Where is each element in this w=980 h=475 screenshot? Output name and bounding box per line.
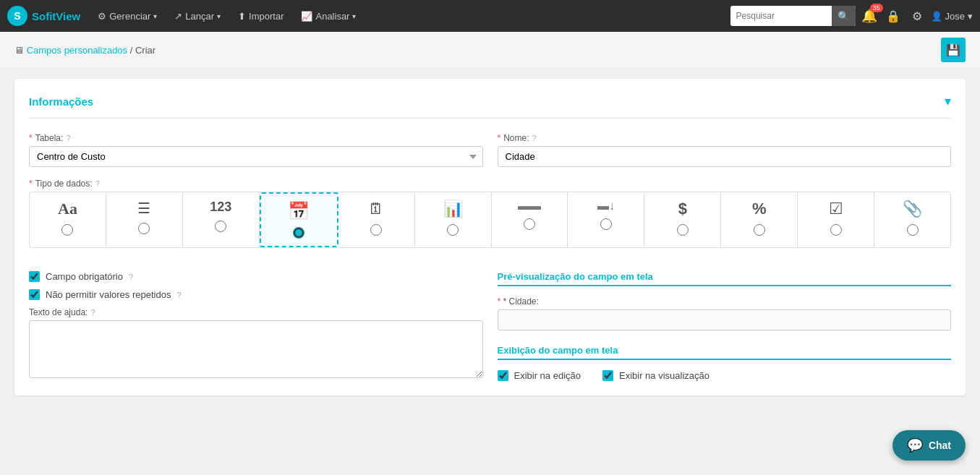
field1-type-icon: ▬▬ bbox=[518, 200, 541, 213]
nav-gerenciar[interactable]: ⚙ Gerenciar ▾ bbox=[90, 0, 164, 32]
logo-text: SofitView bbox=[32, 10, 80, 22]
nome-label: * Nome: ? bbox=[498, 133, 952, 143]
top-navigation: S SofitView ⚙ Gerenciar ▾ ↗ Lançar ▾ ⬆ I… bbox=[0, 0, 980, 32]
campo-obrigatorio-help-icon[interactable]: ? bbox=[129, 273, 133, 281]
nao-permitir-label: Não permitir valores repetidos bbox=[46, 289, 171, 300]
user-menu[interactable]: 👤 Jose ▾ bbox=[931, 11, 973, 22]
data-type-field1[interactable]: ▬▬ bbox=[492, 192, 568, 247]
chevron-down-icon: ▾ bbox=[968, 11, 973, 22]
chevron-down-icon: ▾ bbox=[217, 12, 221, 20]
data-type-number-radio[interactable] bbox=[215, 221, 226, 232]
exibir-visualizacao-group: Exibir na visualização bbox=[602, 370, 710, 381]
form-right-col: Pré-visualização do campo em tela * * Ci… bbox=[498, 271, 952, 381]
tabela-group: * Tabela: ? Centro de Custo Clientes For… bbox=[29, 133, 483, 167]
campo-obrigatorio-label: Campo obrigatório bbox=[46, 271, 123, 282]
tabela-select[interactable]: Centro de Custo Clientes Fornecedores Pr… bbox=[29, 146, 483, 167]
data-type-field2-radio[interactable] bbox=[600, 218, 612, 230]
campo-obrigatorio-checkbox[interactable] bbox=[29, 271, 40, 282]
data-type-table[interactable]: 📊 bbox=[415, 192, 492, 247]
data-type-percent-radio[interactable] bbox=[754, 224, 765, 236]
number-type-icon: 123 bbox=[210, 200, 231, 215]
data-type-checkbox-radio[interactable] bbox=[830, 224, 842, 236]
form-row-top: * Tabela: ? Centro de Custo Clientes For… bbox=[29, 133, 951, 167]
notification-badge: 35 bbox=[870, 4, 883, 12]
data-type-percent[interactable]: % bbox=[721, 192, 798, 247]
preview-section: Pré-visualização do campo em tela * * Ci… bbox=[498, 271, 952, 330]
tipo-dados-label: * Tipo de dados: ? bbox=[29, 179, 951, 189]
informacoes-card: Informações ▾ * Tabela: ? Centro de Cust… bbox=[14, 79, 966, 395]
breadcrumb-parent-link[interactable]: Campos personalizados bbox=[27, 45, 127, 56]
text-type-icon: Aa bbox=[58, 200, 77, 218]
data-type-checkbox[interactable]: ☑ bbox=[798, 192, 874, 247]
percent-type-icon: % bbox=[752, 200, 767, 218]
exibir-edicao-checkbox[interactable] bbox=[498, 370, 508, 381]
logo: S SofitView bbox=[7, 6, 80, 26]
preview-field-label: * * Cidade: bbox=[498, 296, 952, 307]
nav-analisar[interactable]: 📈 Analisar ▾ bbox=[294, 0, 363, 32]
multiline-type-icon: ☰ bbox=[137, 200, 150, 217]
nao-permitir-help-icon[interactable]: ? bbox=[176, 291, 181, 299]
date-type-icon: 📅 bbox=[288, 201, 310, 221]
texto-ajuda-group: Texto de ajuda: ? bbox=[29, 307, 483, 378]
nome-group: * Nome: ? bbox=[498, 133, 952, 167]
exibir-edicao-group: Exibir na edição bbox=[498, 370, 581, 381]
data-type-currency-radio[interactable] bbox=[677, 224, 689, 236]
card-header: Informações ▾ bbox=[29, 93, 951, 119]
data-type-number[interactable]: 123 bbox=[183, 192, 260, 247]
breadcrumb: 🖥 Campos personalizados / Criar bbox=[14, 45, 155, 56]
currency-type-icon: $ bbox=[678, 200, 687, 218]
form-bottom-columns: Campo obrigatório ? Não permitir valores… bbox=[29, 271, 951, 381]
texto-ajuda-label: Texto de ajuda: ? bbox=[29, 307, 483, 317]
checkbox-type-icon: ☑ bbox=[829, 200, 843, 218]
data-type-table-radio[interactable] bbox=[447, 224, 459, 236]
tabela-label: * Tabela: ? bbox=[29, 133, 483, 143]
field2-type-icon: ▬↓ bbox=[597, 200, 615, 213]
tipo-dados-help-icon[interactable]: ? bbox=[95, 179, 100, 188]
preview-field-input[interactable] bbox=[498, 309, 952, 330]
nav-importar[interactable]: ⬆ Importar bbox=[231, 0, 291, 32]
texto-ajuda-help-icon[interactable]: ? bbox=[90, 308, 95, 317]
search-input[interactable] bbox=[730, 11, 832, 21]
data-type-text-radio[interactable] bbox=[61, 224, 73, 236]
data-type-field2[interactable]: ▬↓ bbox=[568, 192, 644, 247]
exibir-visualizacao-checkbox[interactable] bbox=[602, 370, 613, 381]
data-type-date-radio[interactable] bbox=[293, 227, 304, 239]
texto-ajuda-textarea[interactable] bbox=[29, 320, 483, 378]
data-type-datetime[interactable]: 🗓 bbox=[338, 192, 415, 247]
data-type-field1-radio[interactable] bbox=[524, 218, 535, 230]
data-type-date[interactable]: 📅 bbox=[260, 192, 338, 247]
tipo-dados-group: * Tipo de dados: ? Aa ☰ 123 📅 bbox=[29, 179, 951, 260]
table-type-icon: 📊 bbox=[443, 200, 463, 218]
exibir-edicao-label: Exibir na edição bbox=[514, 370, 581, 381]
logo-icon: S bbox=[7, 6, 27, 26]
collapse-button[interactable]: ▾ bbox=[945, 93, 951, 109]
tabela-help-icon[interactable]: ? bbox=[66, 134, 70, 142]
data-type-text[interactable]: Aa bbox=[30, 192, 106, 247]
nao-permitir-group: Não permitir valores repetidos ? bbox=[29, 289, 483, 300]
lock-icon[interactable]: 🔒 bbox=[883, 9, 903, 23]
nome-help-icon[interactable]: ? bbox=[532, 134, 537, 142]
data-type-attachment-radio[interactable] bbox=[907, 224, 919, 236]
data-type-currency[interactable]: $ bbox=[644, 192, 721, 247]
data-types-selector: Aa ☰ 123 📅 🗓 bbox=[29, 192, 951, 248]
attachment-type-icon: 📎 bbox=[903, 200, 922, 218]
display-title: Exibição do campo em tela bbox=[498, 345, 952, 360]
data-type-attachment[interactable]: 📎 bbox=[874, 192, 950, 247]
search-button[interactable]: 🔍 bbox=[832, 6, 856, 26]
data-type-multiline-radio[interactable] bbox=[138, 223, 150, 234]
breadcrumb-bar: 🖥 Campos personalizados / Criar 💾 bbox=[0, 32, 980, 68]
notifications-button[interactable]: 🔔 35 bbox=[861, 8, 877, 24]
data-type-datetime-radio[interactable] bbox=[370, 224, 382, 236]
topnav-right: 🔍 🔔 35 🔒 ⚙ 👤 Jose ▾ bbox=[730, 6, 973, 26]
main-content: Informações ▾ * Tabela: ? Centro de Cust… bbox=[0, 68, 980, 406]
chevron-down-icon: ▾ bbox=[352, 12, 356, 20]
nav-lancar[interactable]: ↗ Lançar ▾ bbox=[167, 0, 228, 32]
card-title: Informações bbox=[29, 95, 93, 108]
data-type-multiline[interactable]: ☰ bbox=[106, 192, 183, 247]
campo-obrigatorio-group: Campo obrigatório ? bbox=[29, 271, 483, 282]
nome-input[interactable] bbox=[498, 146, 952, 167]
nao-permitir-checkbox[interactable] bbox=[29, 289, 40, 300]
search-box: 🔍 bbox=[730, 6, 856, 26]
save-button[interactable]: 💾 bbox=[941, 38, 966, 62]
settings-icon[interactable]: ⚙ bbox=[909, 9, 925, 23]
